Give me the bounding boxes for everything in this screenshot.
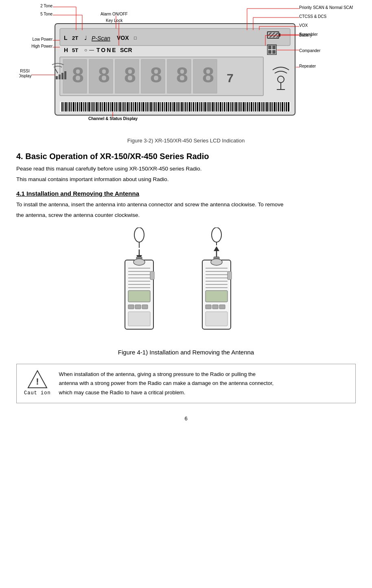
svg-rect-85 — [145, 102, 146, 111]
svg-rect-117 — [207, 102, 208, 111]
svg-rect-66 — [108, 102, 109, 111]
svg-text:Alarm ON/OFF: Alarm ON/OFF — [101, 12, 128, 16]
svg-rect-46 — [69, 102, 70, 111]
svg-text:8: 8 — [176, 63, 188, 87]
svg-rect-121 — [214, 102, 215, 111]
svg-rect-136 — [243, 102, 245, 111]
svg-text:8: 8 — [150, 63, 162, 87]
section41-subtitle: 4.1 Installation and Removing the Antenn… — [16, 190, 356, 197]
svg-rect-133 — [238, 102, 239, 111]
svg-rect-49 — [75, 102, 76, 111]
svg-rect-147 — [265, 102, 265, 111]
svg-rect-94 — [162, 102, 163, 111]
svg-rect-42 — [61, 102, 63, 111]
antenna-figure: Figure 4-1) Installation and Removing th… — [16, 227, 356, 356]
svg-text:High Power: High Power — [31, 44, 53, 48]
svg-rect-82 — [139, 102, 140, 111]
svg-text:Channel & Status Display: Channel & Status Display — [88, 116, 138, 121]
caution-box: ! Caut ion When installation of the ante… — [16, 364, 356, 403]
svg-rect-219 — [135, 305, 141, 309]
svg-rect-114 — [201, 102, 202, 111]
svg-rect-122 — [216, 102, 217, 111]
svg-rect-145 — [261, 102, 262, 111]
svg-rect-84 — [142, 102, 144, 111]
svg-rect-134 — [239, 102, 241, 111]
svg-rect-78 — [131, 102, 132, 111]
svg-text:Battery: Battery — [299, 33, 312, 37]
svg-rect-105 — [184, 102, 184, 111]
svg-rect-126 — [224, 102, 225, 111]
svg-rect-57 — [91, 102, 92, 111]
svg-rect-92 — [158, 102, 160, 111]
svg-rect-138 — [247, 102, 248, 111]
svg-rect-64 — [104, 102, 105, 111]
section4-title: 4. Basic Operation of XR-150/XR-450 Seri… — [16, 152, 356, 161]
svg-rect-125 — [222, 102, 223, 111]
svg-rect-143 — [257, 102, 258, 111]
svg-text:8: 8 — [98, 63, 110, 87]
section4-intro1: Pease read this manual carefully before … — [16, 164, 356, 173]
svg-rect-59 — [94, 102, 95, 111]
caution-icon-area: ! Caut ion — [24, 370, 51, 396]
svg-text:5 Tone: 5 Tone — [40, 12, 53, 16]
svg-rect-86 — [147, 102, 148, 111]
svg-rect-104 — [181, 102, 183, 111]
svg-rect-238 — [206, 305, 211, 309]
svg-text:8: 8 — [72, 63, 84, 87]
svg-rect-153 — [276, 102, 277, 111]
svg-rect-199 — [59, 74, 61, 79]
svg-rect-237 — [206, 291, 228, 302]
antenna-svg — [84, 227, 288, 345]
svg-rect-89 — [153, 102, 153, 111]
svg-rect-159 — [288, 102, 289, 111]
svg-rect-137 — [245, 102, 246, 111]
svg-rect-103 — [179, 102, 180, 111]
svg-rect-152 — [274, 102, 276, 111]
svg-rect-62 — [100, 102, 101, 111]
svg-point-208 — [133, 259, 145, 265]
svg-rect-217 — [128, 291, 150, 302]
svg-rect-93 — [160, 102, 161, 111]
svg-rect-91 — [156, 102, 157, 111]
caution-label: Caut ion — [24, 390, 51, 396]
svg-rect-19 — [268, 46, 271, 49]
svg-rect-77 — [129, 102, 130, 111]
svg-rect-10 — [268, 33, 278, 37]
svg-rect-130 — [232, 102, 233, 111]
svg-text:5T: 5T — [72, 47, 78, 53]
svg-rect-83 — [141, 102, 142, 111]
lcd-diagram-caption: Figure 3-2) XR-150/XR-450 Series LCD Ind… — [127, 138, 245, 144]
svg-rect-98 — [170, 102, 171, 111]
svg-rect-240 — [219, 305, 225, 309]
svg-text:□: □ — [134, 35, 137, 40]
svg-rect-55 — [87, 102, 88, 111]
svg-rect-65 — [106, 102, 107, 111]
svg-rect-106 — [185, 102, 186, 111]
svg-rect-58 — [92, 102, 94, 111]
svg-rect-47 — [71, 102, 72, 111]
svg-text:2 Tone: 2 Tone — [40, 4, 53, 8]
svg-text:—: — — [89, 47, 94, 53]
section41-body2: the antenna, screw the antenna counter c… — [16, 211, 356, 220]
svg-text:Compander: Compander — [299, 48, 321, 53]
svg-point-202 — [134, 227, 144, 242]
svg-rect-76 — [127, 102, 129, 111]
svg-rect-128 — [228, 102, 229, 111]
svg-rect-220 — [142, 305, 148, 309]
svg-rect-87 — [149, 102, 149, 111]
svg-rect-135 — [241, 102, 242, 111]
svg-rect-100 — [173, 102, 175, 111]
svg-rect-21 — [268, 50, 271, 54]
svg-rect-80 — [135, 102, 136, 111]
svg-rect-156 — [282, 102, 283, 111]
svg-rect-144 — [258, 102, 260, 111]
svg-rect-72 — [119, 102, 121, 111]
svg-rect-97 — [168, 102, 169, 111]
svg-rect-99 — [172, 102, 173, 111]
svg-rect-45 — [68, 102, 68, 111]
svg-text:Low Power: Low Power — [33, 37, 53, 42]
svg-rect-216 — [150, 271, 154, 280]
svg-rect-101 — [176, 102, 177, 111]
svg-rect-139 — [249, 102, 250, 111]
svg-text:○: ○ — [84, 47, 87, 53]
